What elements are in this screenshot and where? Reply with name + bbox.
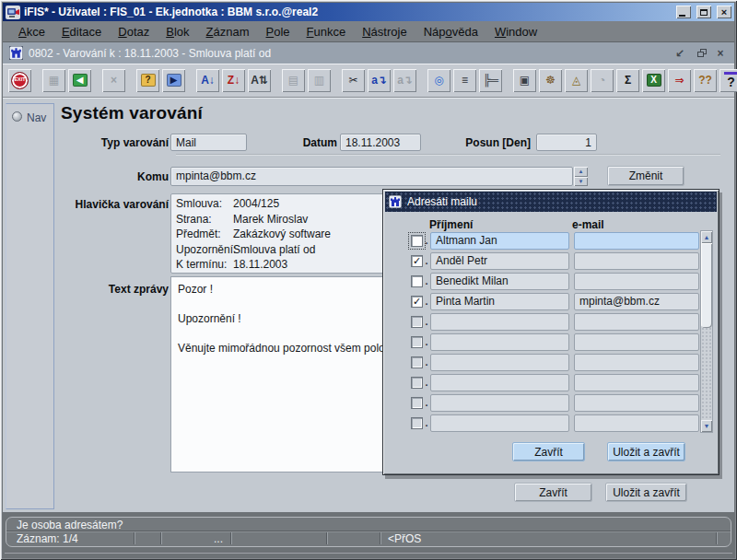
- maximize-button[interactable]: [696, 6, 711, 18]
- offset-field[interactable]: 1: [536, 134, 597, 151]
- dialog-scrollbar[interactable]: ▲ ▼: [700, 230, 713, 433]
- date-field[interactable]: 18.11.2003: [340, 134, 421, 151]
- checkbox-label-dot: .: [423, 235, 430, 246]
- recipient-row: .: [411, 352, 699, 372]
- person-query-icon[interactable]: ??: [694, 69, 717, 92]
- recipient-checkbox[interactable]: [411, 235, 423, 247]
- recipient-checkbox: [411, 316, 423, 328]
- surname-field[interactable]: Altmann Jan: [430, 232, 569, 250]
- nav-radio-icon: [12, 111, 22, 122]
- menu-item-pole[interactable]: Pole: [258, 23, 298, 41]
- recipient-row: .: [411, 311, 699, 332]
- email-field[interactable]: [574, 273, 699, 290]
- cut-icon[interactable]: ✂: [342, 69, 365, 92]
- surname-field: [430, 414, 569, 432]
- data-export-icon[interactable]: ⇒: [668, 69, 691, 92]
- menu-item-window[interactable]: Window: [486, 23, 545, 41]
- recipient-checkbox: [411, 397, 423, 409]
- recipient-field[interactable]: mpinta@bbm.cz: [170, 167, 573, 186]
- app-window: iFIS* - Uživatel : FIS_01 - Ek.jednotka …: [0, 0, 737, 560]
- menu-item-dotaz[interactable]: Dotaz: [110, 23, 158, 41]
- scroll-thumb[interactable]: [701, 243, 712, 328]
- copy-icon[interactable]: a↴: [368, 69, 391, 92]
- execute-query-icon[interactable]: ▶: [162, 69, 185, 92]
- menu-item-blok[interactable]: Blok: [158, 23, 197, 41]
- sort-custom-icon[interactable]: A⇅: [248, 69, 271, 92]
- recipient-row: .Altmann Jan: [411, 230, 699, 251]
- close-button[interactable]: ×: [717, 6, 731, 18]
- recipient-label: Komu: [93, 170, 169, 183]
- print-icon: ▤: [282, 69, 305, 92]
- form-close-button[interactable]: Zavřít: [514, 483, 592, 502]
- status-separator: [380, 532, 380, 544]
- close-icon: ×: [721, 7, 727, 18]
- dialog-titlebar[interactable]: Adresáti mailu: [385, 192, 717, 212]
- sum-icon[interactable]: Σ: [616, 69, 639, 92]
- email-field: [574, 313, 699, 331]
- mdi-minimize-icon[interactable]: ↙: [673, 48, 687, 59]
- prism-icon[interactable]: ◬: [565, 69, 588, 92]
- dialog-close-button[interactable]: Zavřít: [512, 442, 585, 461]
- recipient-row: .: [411, 392, 699, 413]
- paste-icon: a↴: [393, 69, 416, 92]
- warning-type-field[interactable]: Mail: [170, 134, 247, 151]
- save-icon: ▦: [42, 69, 65, 92]
- email-field[interactable]: [574, 232, 699, 250]
- email-field[interactable]: [574, 252, 699, 270]
- mdi-close-icon[interactable]: ×: [713, 48, 728, 59]
- clipboard-icon[interactable]: ▣: [513, 69, 536, 92]
- menu-item-zznam[interactable]: Záznam: [198, 23, 258, 41]
- calendar-icon: ◔: [591, 69, 614, 92]
- surname-field[interactable]: Anděl Petr: [430, 252, 569, 270]
- scroll-up-icon[interactable]: ▲: [701, 231, 712, 243]
- email-field[interactable]: mpinta@bbm.cz: [574, 293, 699, 310]
- checkbox-label-dot: .: [423, 316, 430, 327]
- scroll-down-icon[interactable]: ▼: [701, 420, 712, 432]
- recipient-checkbox[interactable]: [411, 275, 423, 287]
- exit-button[interactable]: EXIT: [8, 69, 31, 92]
- recipient-checkbox[interactable]: ✓: [411, 255, 423, 267]
- nav-tab[interactable]: Nav: [6, 103, 54, 509]
- surname-field: [430, 333, 569, 351]
- recipient-rows: .Altmann Jan✓.Anděl Petr.Benedikt Milan✓…: [411, 230, 699, 433]
- menu-item-funkce[interactable]: Funkce: [298, 23, 355, 41]
- email-column-header: e-mail: [572, 218, 604, 231]
- email-field: [574, 394, 699, 412]
- status-separator: [134, 532, 135, 544]
- menu-bar: AkceEditaceDotazBlokZáznamPoleFunkceNást…: [3, 21, 734, 42]
- email-field: [574, 414, 699, 432]
- form-save-close-button[interactable]: Uložit a zavřít: [605, 483, 687, 502]
- helm-icon[interactable]: ☸: [539, 69, 562, 92]
- help-icon[interactable]: ?: [719, 69, 737, 92]
- detail-view-icon[interactable]: ≡: [453, 69, 476, 92]
- sort-desc-icon[interactable]: Z↓: [222, 69, 245, 92]
- change-button[interactable]: Změnit: [607, 166, 684, 186]
- enter-query-icon[interactable]: ?: [136, 69, 159, 92]
- surname-field: [430, 374, 569, 391]
- spinner-up-icon[interactable]: ▲: [574, 167, 588, 177]
- sort-asc-icon[interactable]: A↓: [196, 69, 219, 92]
- menu-item-nstroje[interactable]: Nástroje: [354, 23, 415, 41]
- recipient-checkbox: [411, 336, 423, 348]
- dialog-save-close-button[interactable]: Uložit a zavřít: [607, 442, 685, 461]
- excel-export-icon[interactable]: X: [642, 69, 665, 92]
- recipient-spinner[interactable]: ▲ ▼: [574, 167, 588, 186]
- surname-field[interactable]: Pinta Martin: [430, 293, 569, 310]
- minimize-button[interactable]: [676, 6, 691, 18]
- find-icon[interactable]: ◎: [427, 69, 450, 92]
- menu-item-editace[interactable]: Editace: [53, 23, 110, 41]
- offset-label: Posun [Den]: [462, 136, 531, 149]
- menu-item-akce[interactable]: Akce: [10, 23, 53, 41]
- menu-item-npovda[interactable]: Nápověda: [415, 23, 486, 41]
- tree-view-icon[interactable]: ╠═: [479, 69, 502, 92]
- mdi-restore-icon[interactable]: [693, 48, 708, 59]
- rollback-icon[interactable]: ◀: [68, 69, 91, 92]
- dialog-icon: [389, 195, 402, 208]
- dialog-title: Adresáti mailu: [407, 195, 477, 208]
- spinner-down-icon[interactable]: ▼: [574, 177, 588, 187]
- recipient-row: .: [411, 332, 699, 352]
- surname-field: [430, 354, 569, 371]
- surname-field[interactable]: Benedikt Milan: [430, 273, 569, 290]
- recipient-checkbox[interactable]: ✓: [411, 296, 423, 308]
- status-mode: <PřOS: [388, 532, 421, 545]
